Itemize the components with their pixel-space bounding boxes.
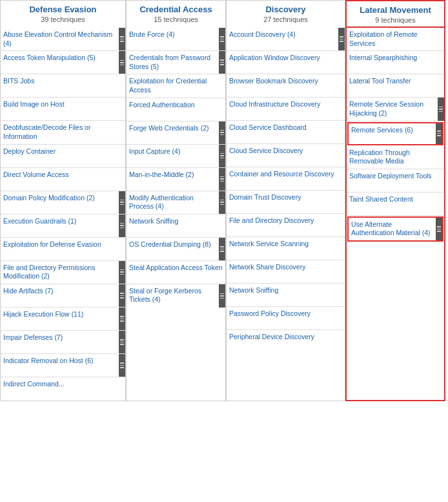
technique-bar [119, 28, 125, 50]
technique-bar [119, 261, 125, 284]
technique-bar [119, 354, 125, 377]
technique-name: Access Token Manipulation (5) [1, 51, 119, 74]
technique-item[interactable]: File and Directory Discovery [227, 214, 345, 237]
technique-name: Network Sniffing [127, 214, 225, 237]
technique-name: Domain Policy Modification (2) [1, 191, 119, 214]
technique-item[interactable]: Cloud Infrastructure Discovery [227, 98, 345, 121]
technique-item[interactable]: File and Directory Permissions Modificat… [1, 261, 125, 284]
technique-item[interactable]: BITS Jobs [1, 74, 125, 98]
technique-item[interactable]: Execution Guardrails (1) [1, 214, 125, 238]
col-subtitle-discovery: 27 techniques [229, 16, 342, 23]
technique-name: Exploitation for Credential Access [127, 74, 225, 97]
technique-name: Use Alternate Authentication Material (4… [349, 218, 436, 240]
technique-name: Abuse Elevation Control Mechanism (4) [1, 28, 119, 50]
col-body-lateral-movement: Exploitation of Remote ServicesInternal … [345, 28, 445, 401]
technique-name: Network Service Scanning [227, 237, 345, 260]
technique-item[interactable]: Steal or Forge Kerberos Tickets (4) [127, 284, 225, 308]
technique-name: File and Directory Permissions Modificat… [1, 261, 119, 284]
technique-item[interactable]: Application Window Discovery [227, 51, 345, 74]
col-subtitle-credential-access: 15 techniques [129, 16, 223, 23]
technique-name: OS Credential Dumping (8) [127, 238, 219, 260]
technique-bar [438, 98, 444, 120]
col-title-defense-evasion: Defense Evasion [3, 5, 123, 14]
technique-name: BITS Jobs [1, 74, 125, 97]
technique-item[interactable]: OS Credential Dumping (8) [127, 238, 225, 261]
technique-name: Input Capture (4) [127, 145, 219, 167]
technique-bar [119, 214, 125, 237]
technique-item[interactable]: Network Sniffing [227, 284, 345, 307]
technique-item[interactable]: Forge Web Credentials (2) [127, 121, 225, 145]
technique-item[interactable]: Deobfuscate/Decode Files or Information [1, 121, 125, 144]
technique-item[interactable]: Abuse Elevation Control Mechanism (4) [1, 28, 125, 51]
technique-bar [119, 284, 125, 307]
technique-bar [119, 331, 125, 353]
technique-item[interactable]: Deploy Container [1, 145, 125, 168]
technique-item[interactable]: Exploitation for Credential Access [127, 74, 225, 98]
technique-item[interactable]: Browser Bookmark Discovery [227, 74, 345, 98]
technique-name: Forge Web Credentials (2) [127, 121, 219, 144]
col-header-defense-evasion: Defense Evasion 39 techniques [0, 0, 126, 28]
col-header-lateral-movement: Lateral Movement 9 techniques [345, 0, 445, 28]
technique-item[interactable]: Lateral Tool Transfer [347, 74, 444, 98]
technique-name: Deobfuscate/Decode Files or Information [1, 121, 125, 143]
technique-item[interactable]: Cloud Service Dashboard [227, 121, 345, 144]
technique-item[interactable]: Internal Spearphishing [347, 51, 444, 74]
technique-item[interactable]: Impair Defenses (7) [1, 331, 125, 354]
technique-bar [219, 168, 225, 191]
technique-item[interactable]: Forced Authentication [127, 98, 225, 121]
technique-item[interactable]: Indicator Removal on Host (6) [1, 354, 125, 377]
technique-item[interactable]: Exploitation of Remote Services [347, 28, 444, 51]
technique-item[interactable]: Replication Through Removable Media [347, 146, 444, 169]
technique-item[interactable]: Software Deployment Tools [347, 169, 444, 193]
technique-bar [219, 28, 225, 50]
technique-name: Network Sniffing [227, 284, 345, 306]
technique-item[interactable]: Access Token Manipulation (5) [1, 51, 125, 74]
technique-item[interactable]: Credentials from Password Stores (5) [127, 51, 225, 74]
technique-name: Exploitation for Defense Evasion [1, 238, 125, 260]
technique-name: Impair Defenses (7) [1, 331, 119, 353]
technique-name: Indirect Command... [1, 377, 125, 401]
technique-item[interactable]: Remote Service Session Hijacking (2) [347, 98, 444, 121]
technique-item[interactable]: Brute Force (4) [127, 28, 225, 51]
technique-item[interactable]: Man-in-the-Middle (2) [127, 168, 225, 191]
technique-name: Browser Bookmark Discovery [227, 74, 345, 97]
technique-name: Hijack Execution Flow (11) [1, 308, 119, 330]
technique-item[interactable]: Build Image on Host [1, 98, 125, 121]
technique-item[interactable]: Input Capture (4) [127, 145, 225, 168]
technique-name: Man-in-the-Middle (2) [127, 168, 219, 191]
technique-item[interactable]: Taint Shared Content [347, 193, 444, 216]
technique-item[interactable]: Exploitation for Defense Evasion [1, 238, 125, 261]
technique-name: Peripheral Device Discovery [227, 330, 345, 353]
technique-name: Indicator Removal on Host (6) [1, 354, 119, 377]
technique-item[interactable]: Remote Services (6) [347, 122, 443, 145]
technique-item[interactable]: Domain Trust Discovery [227, 191, 345, 214]
technique-name: Forced Authentication [127, 98, 225, 121]
technique-bar [436, 123, 442, 144]
technique-name: Credentials from Password Stores (5) [127, 51, 219, 74]
technique-item[interactable]: Steal Application Access Token [127, 261, 225, 284]
technique-name: Cloud Infrastructure Discovery [227, 98, 345, 120]
technique-item[interactable]: Domain Policy Modification (2) [1, 191, 125, 214]
technique-item[interactable]: Peripheral Device Discovery [227, 330, 345, 353]
technique-bar [119, 308, 125, 330]
technique-item[interactable]: Network Service Scanning [227, 237, 345, 260]
technique-bar [219, 51, 225, 74]
technique-item[interactable]: Network Sniffing [127, 214, 225, 238]
technique-name: Password Policy Discovery [227, 307, 345, 329]
technique-item[interactable]: Account Discovery (4) [227, 28, 345, 51]
technique-item[interactable]: Modify Authentication Process (4) [127, 191, 225, 214]
technique-item[interactable]: Network Share Discovery [227, 260, 345, 284]
technique-item[interactable]: Hide Artifacts (7) [1, 284, 125, 308]
technique-item[interactable]: Container and Resource Discovery [227, 167, 345, 191]
technique-name: Remote Service Session Hijacking (2) [347, 98, 438, 120]
technique-item[interactable]: Use Alternate Authentication Material (4… [347, 216, 443, 242]
col-title-lateral-movement: Lateral Movement [349, 5, 442, 15]
technique-name: Hide Artifacts (7) [1, 284, 119, 307]
technique-name: Build Image on Host [1, 98, 125, 120]
technique-item[interactable]: Indirect Command... [1, 377, 125, 401]
technique-item[interactable]: Hijack Execution Flow (11) [1, 308, 125, 331]
technique-item[interactable]: Cloud Service Discovery [227, 144, 345, 167]
technique-item[interactable]: Password Policy Discovery [227, 307, 345, 330]
technique-item[interactable]: Direct Volume Access [1, 168, 125, 191]
col-subtitle-defense-evasion: 39 techniques [3, 16, 123, 23]
